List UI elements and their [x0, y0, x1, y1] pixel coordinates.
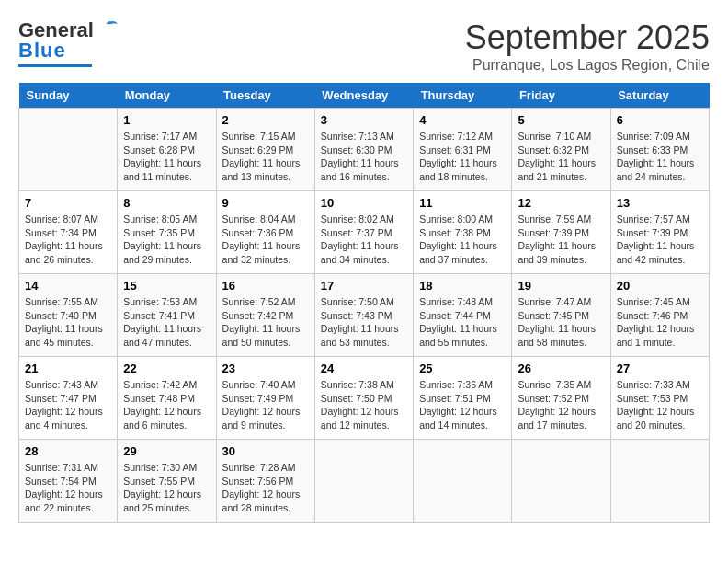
calendar-cell: 14Sunrise: 7:55 AM Sunset: 7:40 PM Dayli…: [19, 274, 118, 357]
calendar-cell: 1Sunrise: 7:17 AM Sunset: 6:28 PM Daylig…: [118, 109, 216, 191]
day-number: 16: [222, 279, 309, 293]
calendar-cell: [512, 440, 610, 523]
day-info: Sunrise: 7:31 AM Sunset: 7:54 PM Dayligh…: [25, 461, 111, 515]
day-number: 29: [123, 444, 210, 458]
day-number: 17: [321, 279, 407, 293]
calendar-cell: 28Sunrise: 7:31 AM Sunset: 7:54 PM Dayli…: [19, 440, 118, 523]
calendar-cell: 2Sunrise: 7:15 AM Sunset: 6:29 PM Daylig…: [216, 109, 314, 191]
calendar-cell: 21Sunrise: 7:43 AM Sunset: 7:47 PM Dayli…: [19, 357, 118, 440]
calendar-cell: 4Sunrise: 7:12 AM Sunset: 6:31 PM Daylig…: [414, 109, 512, 191]
day-number: 6: [617, 113, 703, 127]
day-info: Sunrise: 7:59 AM Sunset: 7:39 PM Dayligh…: [518, 213, 604, 267]
calendar-cell: [414, 440, 512, 523]
day-info: Sunrise: 7:10 AM Sunset: 6:32 PM Dayligh…: [518, 130, 604, 184]
day-info: Sunrise: 7:38 AM Sunset: 7:50 PM Dayligh…: [321, 378, 407, 432]
day-info: Sunrise: 7:36 AM Sunset: 7:51 PM Dayligh…: [419, 378, 506, 432]
location-subtitle: Purranque, Los Lagos Region, Chile: [465, 57, 710, 74]
calendar-cell: 27Sunrise: 7:33 AM Sunset: 7:53 PM Dayli…: [610, 357, 709, 440]
day-number: 7: [25, 196, 111, 210]
day-number: 12: [518, 196, 604, 210]
day-info: Sunrise: 7:53 AM Sunset: 7:41 PM Dayligh…: [123, 295, 210, 350]
day-number: 13: [617, 196, 703, 210]
day-info: Sunrise: 7:45 AM Sunset: 7:46 PM Dayligh…: [617, 295, 703, 350]
day-info: Sunrise: 7:42 AM Sunset: 7:48 PM Dayligh…: [123, 378, 210, 432]
day-of-week-header: Thursday: [414, 83, 512, 109]
calendar-week-row: 7Sunrise: 8:07 AM Sunset: 7:34 PM Daylig…: [19, 191, 710, 274]
title-area: September 2025 Purranque, Los Lagos Regi…: [465, 18, 710, 74]
calendar-cell: 20Sunrise: 7:45 AM Sunset: 7:46 PM Dayli…: [610, 274, 709, 357]
calendar-cell: 7Sunrise: 8:07 AM Sunset: 7:34 PM Daylig…: [19, 191, 118, 274]
day-number: 2: [222, 113, 309, 127]
calendar-week-row: 21Sunrise: 7:43 AM Sunset: 7:47 PM Dayli…: [19, 357, 710, 440]
month-title: September 2025: [465, 18, 710, 57]
calendar-cell: 23Sunrise: 7:40 AM Sunset: 7:49 PM Dayli…: [216, 357, 314, 440]
calendar-cell: 17Sunrise: 7:50 AM Sunset: 7:43 PM Dayli…: [314, 274, 413, 357]
calendar-week-row: 28Sunrise: 7:31 AM Sunset: 7:54 PM Dayli…: [19, 440, 710, 523]
calendar-cell: 10Sunrise: 8:02 AM Sunset: 7:37 PM Dayli…: [314, 191, 413, 274]
calendar-cell: 16Sunrise: 7:52 AM Sunset: 7:42 PM Dayli…: [216, 274, 314, 357]
day-of-week-header: Sunday: [19, 83, 118, 109]
day-info: Sunrise: 8:04 AM Sunset: 7:36 PM Dayligh…: [222, 213, 309, 267]
logo-bird-icon: [94, 20, 119, 40]
day-number: 4: [419, 113, 506, 127]
day-number: 9: [222, 196, 309, 210]
calendar-cell: 19Sunrise: 7:47 AM Sunset: 7:45 PM Dayli…: [512, 274, 610, 357]
day-number: 30: [222, 444, 309, 458]
day-of-week-header: Saturday: [610, 83, 709, 109]
day-info: Sunrise: 7:13 AM Sunset: 6:30 PM Dayligh…: [321, 130, 407, 184]
day-number: 25: [419, 362, 506, 375]
day-info: Sunrise: 7:57 AM Sunset: 7:39 PM Dayligh…: [617, 213, 703, 267]
day-number: 21: [25, 362, 111, 375]
day-info: Sunrise: 8:05 AM Sunset: 7:35 PM Dayligh…: [123, 213, 210, 267]
day-number: 5: [518, 113, 604, 127]
day-number: 15: [123, 279, 210, 293]
day-info: Sunrise: 7:30 AM Sunset: 7:55 PM Dayligh…: [123, 461, 210, 515]
calendar-cell: 15Sunrise: 7:53 AM Sunset: 7:41 PM Dayli…: [118, 274, 216, 357]
day-number: 18: [419, 279, 506, 293]
calendar-cell: 13Sunrise: 7:57 AM Sunset: 7:39 PM Dayli…: [610, 191, 709, 274]
day-number: 23: [222, 362, 309, 375]
calendar-cell: 8Sunrise: 8:05 AM Sunset: 7:35 PM Daylig…: [118, 191, 216, 274]
day-number: 22: [123, 362, 210, 375]
day-number: 19: [518, 279, 604, 293]
day-of-week-header: Monday: [118, 83, 216, 109]
days-of-week-row: SundayMondayTuesdayWednesdayThursdayFrid…: [19, 83, 710, 109]
day-info: Sunrise: 7:40 AM Sunset: 7:49 PM Dayligh…: [222, 378, 309, 432]
calendar-cell: 11Sunrise: 8:00 AM Sunset: 7:38 PM Dayli…: [414, 191, 512, 274]
calendar-table: SundayMondayTuesdayWednesdayThursdayFrid…: [18, 83, 710, 523]
day-info: Sunrise: 7:48 AM Sunset: 7:44 PM Dayligh…: [419, 295, 506, 350]
calendar-cell: 25Sunrise: 7:36 AM Sunset: 7:51 PM Dayli…: [414, 357, 512, 440]
calendar-cell: 22Sunrise: 7:42 AM Sunset: 7:48 PM Dayli…: [118, 357, 216, 440]
day-of-week-header: Wednesday: [314, 83, 413, 109]
calendar-cell: [19, 109, 118, 191]
day-number: 26: [518, 362, 604, 375]
calendar-cell: 3Sunrise: 7:13 AM Sunset: 6:30 PM Daylig…: [314, 109, 413, 191]
day-info: Sunrise: 7:09 AM Sunset: 6:33 PM Dayligh…: [617, 130, 703, 184]
day-info: Sunrise: 8:07 AM Sunset: 7:34 PM Dayligh…: [25, 213, 111, 267]
day-number: 8: [123, 196, 210, 210]
day-number: 1: [123, 113, 210, 127]
calendar-cell: 9Sunrise: 8:04 AM Sunset: 7:36 PM Daylig…: [216, 191, 314, 274]
calendar-cell: [610, 440, 709, 523]
day-number: 28: [25, 444, 111, 458]
calendar-cell: 30Sunrise: 7:28 AM Sunset: 7:56 PM Dayli…: [216, 440, 314, 523]
day-of-week-header: Tuesday: [216, 83, 314, 109]
day-info: Sunrise: 7:28 AM Sunset: 7:56 PM Dayligh…: [222, 461, 309, 515]
day-info: Sunrise: 7:12 AM Sunset: 6:31 PM Dayligh…: [419, 130, 506, 184]
day-number: 14: [25, 279, 111, 293]
day-number: 20: [617, 279, 703, 293]
logo-blue-text: Blue: [18, 39, 66, 63]
logo-underline: [18, 64, 92, 67]
day-number: 3: [321, 113, 407, 127]
day-number: 11: [419, 196, 506, 210]
calendar-header: SundayMondayTuesdayWednesdayThursdayFrid…: [19, 83, 710, 109]
calendar-week-row: 14Sunrise: 7:55 AM Sunset: 7:40 PM Dayli…: [19, 274, 710, 357]
day-info: Sunrise: 8:02 AM Sunset: 7:37 PM Dayligh…: [321, 213, 407, 267]
day-info: Sunrise: 7:17 AM Sunset: 6:28 PM Dayligh…: [123, 130, 210, 184]
calendar-cell: 26Sunrise: 7:35 AM Sunset: 7:52 PM Dayli…: [512, 357, 610, 440]
day-info: Sunrise: 7:55 AM Sunset: 7:40 PM Dayligh…: [25, 295, 111, 350]
day-number: 10: [321, 196, 407, 210]
calendar-cell: 5Sunrise: 7:10 AM Sunset: 6:32 PM Daylig…: [512, 109, 610, 191]
calendar-cell: 12Sunrise: 7:59 AM Sunset: 7:39 PM Dayli…: [512, 191, 610, 274]
day-number: 27: [617, 362, 703, 375]
